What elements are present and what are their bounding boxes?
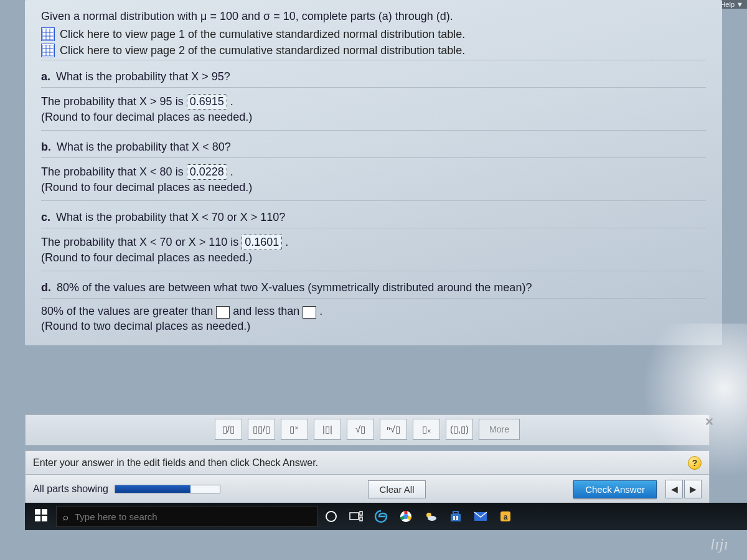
svg-point-21 (428, 516, 436, 521)
part-a-label: a. (41, 70, 50, 83)
part-d-fill-mid: and less than (233, 305, 303, 317)
svg-rect-5 (42, 45, 54, 56)
svg-point-14 (326, 511, 336, 521)
svg-rect-25 (456, 516, 458, 518)
palette-exponent-button[interactable]: ▯ˣ (281, 419, 308, 440)
clear-all-button[interactable]: Clear All (368, 480, 426, 498)
part-b-text: What is the probability that X < 80? (57, 141, 231, 153)
palette-nroot-button[interactable]: ⁿ√▯ (380, 419, 407, 440)
divider (41, 130, 706, 131)
part-a-text: What is the probability that X > 95? (56, 70, 230, 83)
problem-statement: Given a normal distribution with μ = 100… (41, 9, 706, 24)
svg-rect-13 (42, 516, 47, 521)
part-c-answer-input[interactable]: 0.1601 (242, 235, 282, 250)
next-question-button[interactable]: ▶ (684, 480, 702, 498)
svg-rect-26 (453, 518, 455, 520)
mail-icon[interactable] (469, 505, 492, 528)
store-icon[interactable] (444, 505, 467, 528)
part-d-input-lower[interactable] (216, 306, 230, 319)
app-icon[interactable]: a (494, 505, 517, 528)
instruction-text: Enter your answer in the edit fields and… (33, 457, 318, 469)
svg-rect-24 (453, 516, 455, 518)
close-palette-button[interactable]: ✕ (702, 416, 716, 429)
palette-mixed-button[interactable]: ▯▯/▯ (248, 419, 275, 440)
part-a-answer-suffix: . (230, 95, 233, 108)
edge-icon[interactable] (370, 505, 392, 528)
divider (41, 298, 706, 299)
parts-progress (115, 485, 220, 493)
question-panel: Given a normal distribution with μ = 100… (25, 0, 722, 345)
table-icon (41, 44, 55, 57)
check-answer-button[interactable]: Check Answer (573, 480, 657, 498)
math-palette: ▯/▯ ▯▯/▯ ▯ˣ |▯| √▯ ⁿ√▯ ▯ₓ (▯,▯) More (25, 414, 710, 446)
divider (41, 157, 706, 158)
palette-sqrt-button[interactable]: √▯ (347, 419, 374, 440)
start-button[interactable] (29, 505, 54, 528)
part-b-answer-input[interactable]: 0.0228 (187, 164, 227, 180)
svg-rect-12 (35, 516, 40, 521)
part-d-question: d. 80% of the values are between what tw… (41, 281, 706, 294)
palette-more-button[interactable]: More (479, 419, 520, 440)
part-d-fill-prefix: 80% of the values are greater than (41, 305, 216, 317)
part-c-hint: (Round to four decimal places as needed.… (41, 251, 706, 264)
divider (41, 87, 706, 88)
weather-icon[interactable] (420, 505, 442, 528)
part-a-question: a. What is the probability that X > 95? (41, 70, 706, 83)
part-d-hint: (Round to two decimal places as needed.) (41, 320, 706, 333)
browser-icon[interactable] (395, 505, 417, 528)
nav-arrows: ◀ ▶ (665, 480, 702, 498)
part-c-answer-prefix: The probability that X < 70 or X > 110 i… (41, 236, 242, 248)
part-a-answer-line: The probability that X > 95 is 0.6915 . (41, 94, 706, 110)
palette-fraction-button[interactable]: ▯/▯ (215, 419, 242, 440)
part-b-hint: (Round to four decimal places as needed.… (41, 181, 706, 194)
parts-progress-fill (115, 485, 190, 493)
prev-question-button[interactable]: ◀ (665, 480, 683, 498)
part-b-question: b. What is the probability that X < 80? (41, 141, 706, 154)
search-icon: ⌕ (63, 511, 68, 522)
task-view-icon[interactable] (345, 505, 367, 528)
part-b-answer-suffix: . (230, 166, 233, 178)
part-c-text: What is the probability that X < 70 or X… (56, 211, 285, 223)
part-c-answer-suffix: . (285, 236, 288, 248)
signature-overlay: lıjı (710, 535, 728, 554)
help-button[interactable]: ? (688, 456, 702, 470)
part-c-answer-line: The probability that X < 70 or X > 110 i… (41, 235, 706, 250)
part-b-answer-prefix: The probability that X < 80 is (41, 166, 187, 178)
part-d-text: 80% of the values are between what two X… (57, 281, 532, 294)
part-c-label: c. (41, 211, 50, 223)
divider (41, 271, 706, 271)
svg-rect-15 (350, 513, 359, 520)
part-c-question: c. What is the probability that X < 70 o… (41, 211, 706, 224)
svg-rect-0 (42, 29, 54, 40)
palette-tuple-button[interactable]: (▯,▯) (446, 419, 473, 440)
svg-rect-10 (35, 509, 40, 515)
table-icon (41, 27, 55, 41)
part-b-answer-line: The probability that X < 80 is 0.0228 . (41, 164, 706, 180)
part-d-input-upper[interactable] (303, 306, 316, 319)
table-link-2-text: Click here to view page 2 of the cumulat… (60, 44, 465, 57)
cortana-icon[interactable] (320, 505, 342, 528)
divider (41, 60, 706, 60)
table-link-1[interactable]: Click here to view page 1 of the cumulat… (41, 27, 706, 41)
svg-rect-16 (360, 511, 362, 515)
svg-rect-23 (453, 511, 458, 514)
svg-rect-17 (360, 517, 362, 521)
svg-text:a: a (504, 513, 508, 521)
palette-abs-button[interactable]: |▯| (314, 419, 341, 440)
parts-showing-label: All parts showing (33, 483, 108, 495)
part-a-hint: (Round to four decimal places as needed.… (41, 111, 706, 124)
windows-icon (35, 509, 47, 525)
part-d-label: d. (41, 281, 51, 294)
divider (41, 200, 706, 201)
windows-taskbar: ⌕ a (25, 503, 747, 530)
part-d-fill-suffix: . (319, 305, 322, 317)
taskbar-search[interactable]: ⌕ (56, 506, 317, 527)
svg-rect-22 (451, 514, 461, 521)
table-link-1-text: Click here to view page 1 of the cumulat… (60, 28, 465, 41)
part-a-answer-prefix: The probability that X > 95 is (41, 95, 187, 108)
part-a-answer-input[interactable]: 0.6915 (187, 94, 227, 110)
palette-subscript-button[interactable]: ▯ₓ (413, 419, 440, 440)
svg-rect-11 (42, 509, 47, 515)
table-link-2[interactable]: Click here to view page 2 of the cumulat… (41, 44, 706, 57)
taskbar-search-input[interactable] (75, 511, 311, 522)
